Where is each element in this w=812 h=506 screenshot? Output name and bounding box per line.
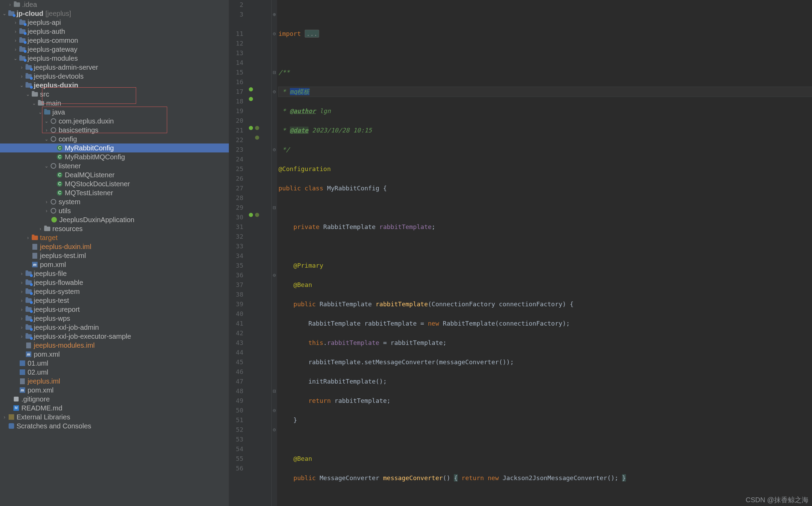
tree-api[interactable]: › jeeplus-api xyxy=(0,18,229,27)
tree-wps[interactable]: › jeeplus-wps xyxy=(0,314,229,323)
project-tree[interactable]: › .idea ⌄ jp-cloud [jeeplus] › jeeplus-a… xyxy=(0,0,229,430)
tree-myrabbitmqcfg[interactable]: C MyRabbitMQConfig xyxy=(0,152,229,161)
chevron-right-icon[interactable]: › xyxy=(38,226,43,231)
tree-resources[interactable]: › resources xyxy=(0,224,229,233)
chevron-right-icon[interactable]: › xyxy=(8,2,12,7)
tree-xxl-exec[interactable]: › jeeplus-xxl-job-executor-sample xyxy=(0,332,229,341)
chevron-right-icon[interactable]: › xyxy=(19,74,24,79)
tree-uml2[interactable]: 02.uml xyxy=(0,368,229,377)
module-icon xyxy=(25,74,32,79)
tree-devtools[interactable]: › jeeplus-devtools xyxy=(0,72,229,81)
tree-auth[interactable]: › jeeplus-auth xyxy=(0,27,229,36)
chevron-down-icon[interactable]: ⌄ xyxy=(44,137,49,141)
chevron-right-icon[interactable]: › xyxy=(44,128,49,132)
chevron-down-icon[interactable]: ⌄ xyxy=(44,163,49,168)
chevron-down-icon[interactable]: ⌄ xyxy=(19,83,24,88)
chevron-down-icon[interactable]: ⌄ xyxy=(2,11,7,16)
chevron-down-icon[interactable]: ⌄ xyxy=(38,110,43,115)
tree-common[interactable]: › jeeplus-common xyxy=(0,36,229,45)
tree-dealmq[interactable]: C DealMQListener xyxy=(0,170,229,179)
tree-duxin-iml[interactable]: jeeplus-duxin.iml xyxy=(0,242,229,251)
chevron-right-icon[interactable]: › xyxy=(13,29,18,34)
tree-listener[interactable]: ⌄ listener xyxy=(0,161,229,170)
code-token: { xyxy=(454,474,458,482)
tree-label: jeeplus-admin-server xyxy=(34,64,98,71)
chevron-down-icon[interactable]: ⌄ xyxy=(26,92,30,97)
chevron-right-icon[interactable]: › xyxy=(19,271,24,276)
tree-java[interactable]: ⌄ java xyxy=(0,108,229,117)
tree-ext-lib[interactable]: › External Libraries xyxy=(0,413,229,421)
chevron-right-icon[interactable]: › xyxy=(13,20,18,25)
tree-test-iml[interactable]: jeeplus-test.iml xyxy=(0,251,229,260)
tree-pom[interactable]: m pom.xml xyxy=(0,260,229,269)
tree-system[interactable]: › system xyxy=(0,197,229,206)
bean-gutter-icon[interactable] xyxy=(255,136,259,140)
tree-pkg[interactable]: ⌄ com.jeeplus.duxin xyxy=(0,117,229,126)
tree-idea[interactable]: › .idea xyxy=(0,0,229,9)
code-area[interactable]: import ... /** * mq模板 * @author lgn * @d… xyxy=(277,0,812,506)
tree-target[interactable]: › target xyxy=(0,233,229,242)
tree-uml1[interactable]: 01.uml xyxy=(0,359,229,368)
line-number-gutter[interactable]: 2311121314151617181920212223242526272829… xyxy=(229,0,246,506)
spring-gutter-icon[interactable] xyxy=(249,87,253,91)
tree-utils[interactable]: › utils xyxy=(0,206,229,215)
tree-gitignore[interactable]: .gitignore xyxy=(0,395,229,404)
bean-gutter-icon[interactable] xyxy=(255,213,259,217)
chevron-down-icon[interactable]: ⌄ xyxy=(32,101,37,106)
bean-gutter-icon[interactable] xyxy=(255,126,259,130)
spring-gutter-icon[interactable] xyxy=(249,97,253,101)
chevron-right-icon[interactable]: › xyxy=(19,325,24,330)
tree-modules[interactable]: ⌄ jeeplus-modules xyxy=(0,54,229,63)
tree-test-mod[interactable]: › jeeplus-test xyxy=(0,296,229,305)
tree-modules-iml[interactable]: jeeplus-modules.iml xyxy=(0,341,229,350)
chevron-right-icon[interactable]: › xyxy=(2,415,7,419)
spring-gutter-icon[interactable] xyxy=(249,126,253,130)
chevron-right-icon[interactable]: › xyxy=(19,334,24,339)
chevron-right-icon[interactable]: › xyxy=(44,199,49,204)
tree-admin[interactable]: › jeeplus-admin-server xyxy=(0,63,229,72)
chevron-right-icon[interactable]: › xyxy=(13,38,18,43)
tree-mqstock[interactable]: C MQStockDocListener xyxy=(0,179,229,188)
tree-config[interactable]: ⌄ config xyxy=(0,135,229,143)
code-token: * xyxy=(278,88,290,95)
tree-label: 02.uml xyxy=(28,369,48,376)
chevron-right-icon[interactable]: › xyxy=(19,289,24,294)
tree-gateway[interactable]: › jeeplus-gateway xyxy=(0,45,229,54)
tree-src[interactable]: ⌄ src xyxy=(0,90,229,99)
tree-file-mod[interactable]: › jeeplus-file xyxy=(0,269,229,278)
tree-duxin[interactable]: ⌄ jeeplus-duxin xyxy=(0,81,229,90)
chevron-right-icon[interactable]: › xyxy=(26,235,30,240)
spring-gutter-icon[interactable] xyxy=(249,213,253,217)
code-token: } xyxy=(278,416,297,424)
tree-myrabbitcfg[interactable]: C MyRabbitConfig xyxy=(0,143,229,152)
chevron-down-icon[interactable]: ⌄ xyxy=(44,119,49,123)
tree-main[interactable]: ⌄ main xyxy=(0,99,229,108)
tree-flowable[interactable]: › jeeplus-flowable xyxy=(0,278,229,287)
chevron-down-icon[interactable]: ⌄ xyxy=(13,56,18,61)
tree-root[interactable]: ⌄ jp-cloud [jeeplus] xyxy=(0,9,229,18)
chevron-right-icon[interactable]: › xyxy=(44,208,49,213)
code-token: new xyxy=(428,320,443,327)
tree-system-mod[interactable]: › jeeplus-system xyxy=(0,287,229,296)
fold-column[interactable]: ⊕⊖⊟⊖⊖⊟⊖⊟⊖⊖ xyxy=(272,0,277,506)
tree-readme[interactable]: M README.md xyxy=(0,404,229,413)
tree-scratch[interactable]: Scratches and Consoles xyxy=(0,421,229,430)
gutter-marks[interactable] xyxy=(246,0,272,506)
chevron-right-icon[interactable]: › xyxy=(19,307,24,312)
tree-pom3[interactable]: m pom.xml xyxy=(0,386,229,395)
tree-pom2[interactable]: m pom.xml xyxy=(0,350,229,359)
chevron-right-icon[interactable]: › xyxy=(13,47,18,52)
chevron-right-icon[interactable]: › xyxy=(19,65,24,70)
tree-ureport[interactable]: › jeeplus-ureport xyxy=(0,305,229,314)
chevron-right-icon[interactable]: › xyxy=(19,298,24,303)
tree-jeeplus-iml[interactable]: jeeplus.iml xyxy=(0,377,229,386)
folder-icon xyxy=(43,227,51,231)
chevron-right-icon[interactable]: › xyxy=(19,280,24,285)
tree-basicsettings[interactable]: › basicsettings xyxy=(0,126,229,135)
chevron-right-icon[interactable]: › xyxy=(19,316,24,321)
fold-indicator[interactable]: ... xyxy=(305,30,319,38)
tree-xxl-admin[interactable]: › jeeplus-xxl-job-admin xyxy=(0,323,229,332)
tree-mqtest[interactable]: C MQTestListener xyxy=(0,188,229,197)
tree-appclass[interactable]: JeeplusDuxinApplication xyxy=(0,215,229,224)
code-token: * xyxy=(278,107,290,115)
